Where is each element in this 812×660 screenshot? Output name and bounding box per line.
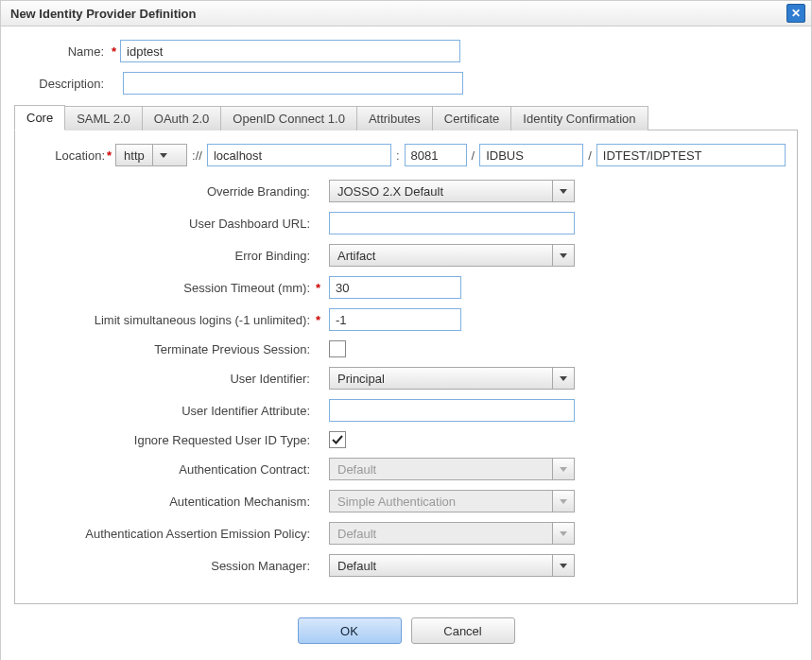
error-binding-select[interactable]: Artifact: [329, 244, 575, 267]
limit-logins-label: Limit simultaneous logins (-1 unlimited)…: [25, 313, 316, 327]
auth-contract-label: Authentication Contract:: [25, 462, 316, 477]
session-manager-row: Session Manager: Default: [25, 554, 787, 577]
session-manager-select[interactable]: Default: [329, 554, 575, 577]
user-identifier-attr-input[interactable]: [329, 399, 575, 422]
auth-mechanism-label: Autentication Mechanism:: [25, 495, 316, 509]
override-branding-value: JOSSO 2.X Default: [330, 181, 552, 201]
dialog-window: New Identity Provider Definition ✕ Name:…: [0, 0, 812, 660]
tab-strip: Core SAML 2.0 OAuth 2.0 OpenID Connect 1…: [14, 104, 798, 130]
tab-attributes[interactable]: Attributes: [357, 106, 433, 130]
tab-certificate[interactable]: Certificate: [433, 106, 512, 130]
cancel-button[interactable]: Cancel: [411, 617, 515, 644]
location-label: Location:: [25, 148, 105, 163]
dialog-buttons: OK Cancel: [14, 604, 798, 657]
title-bar: New Identity Provider Definition ✕: [1, 1, 811, 26]
close-button[interactable]: ✕: [786, 4, 805, 23]
description-label: Description:: [14, 77, 110, 91]
protocol-value: http: [116, 145, 152, 165]
check-icon: [332, 434, 343, 445]
ignore-req-uid-row: Ignore Requested User ID Type:: [25, 431, 787, 448]
ignore-req-uid-label: Ignore Requested User ID Type:: [25, 433, 316, 447]
ignore-req-uid-checkbox[interactable]: [329, 431, 346, 448]
name-row: Name: *: [14, 40, 798, 62]
name-input[interactable]: [120, 40, 460, 62]
auth-contract-select: Default: [329, 458, 575, 480]
required-marker: *: [105, 148, 115, 163]
override-branding-row: Override Branding: JOSSO 2.X Default: [25, 180, 787, 202]
override-branding-select[interactable]: JOSSO 2.X Default: [329, 180, 575, 202]
tab-identity-confirmation[interactable]: Identity Confirmation: [511, 106, 648, 130]
session-timeout-row: Session Timeout (mm): *: [25, 276, 787, 299]
user-dashboard-input[interactable]: [329, 212, 575, 234]
auth-assert-policy-label: Authentication Assertion Emission Policy…: [25, 527, 316, 541]
scheme-separator: ://: [187, 148, 207, 163]
auth-contract-value: Default: [330, 459, 552, 479]
description-input[interactable]: [123, 72, 463, 95]
user-identifier-label: User Identifier:: [25, 372, 316, 386]
error-binding-value: Artifact: [330, 245, 552, 266]
terminate-prev-label: Terminate Previous Session:: [25, 342, 316, 356]
session-manager-value: Default: [330, 555, 552, 576]
user-identifier-select[interactable]: Principal: [329, 367, 575, 390]
error-binding-row: Error Binding: Artifact: [25, 244, 787, 267]
chevron-down-icon: [552, 368, 574, 389]
override-branding-label: Override Branding:: [25, 184, 316, 199]
auth-contract-row: Authentication Contract: Default: [25, 458, 787, 480]
auth-mechanism-select: Simple Authentication: [329, 490, 575, 512]
user-dashboard-row: User Dashboard URL:: [25, 212, 787, 234]
session-timeout-label: Session Timeout (mm):: [25, 281, 316, 295]
chevron-down-icon: [552, 491, 574, 512]
tab-core[interactable]: Core: [14, 105, 65, 130]
tab-panel-core: Location: * http :// : / / Ove: [14, 130, 798, 604]
auth-assert-policy-value: Default: [330, 523, 552, 544]
location-row: Location: * http :// : / /: [25, 144, 787, 166]
chevron-down-icon: [552, 555, 574, 576]
user-identifier-row: User Identifier: Principal: [25, 367, 787, 390]
slash-separator-2: /: [583, 148, 596, 163]
tab-oauth-2-0[interactable]: OAuth 2.0: [143, 106, 222, 130]
auth-assert-policy-row: Authentication Assertion Emission Policy…: [25, 522, 787, 545]
limit-logins-input[interactable]: [329, 308, 461, 331]
chevron-down-icon: [152, 145, 174, 165]
session-timeout-input[interactable]: [329, 276, 461, 299]
chevron-down-icon: [552, 181, 574, 201]
path-input[interactable]: [596, 144, 786, 166]
slash-separator: /: [467, 148, 480, 163]
user-identifier-value: Principal: [330, 368, 552, 389]
port-input[interactable]: [405, 144, 467, 166]
required-marker: *: [110, 44, 120, 59]
required-marker: *: [316, 313, 320, 327]
dialog-title: New Identity Provider Definition: [10, 7, 196, 21]
host-input[interactable]: [207, 144, 391, 166]
close-icon: ✕: [791, 7, 801, 20]
limit-logins-row: Limit simultaneous logins (-1 unlimited)…: [25, 308, 787, 331]
user-identifier-attr-label: User Identifier Attribute:: [25, 404, 316, 418]
user-identifier-attr-row: User Identifier Attribute:: [25, 399, 787, 422]
user-dashboard-label: User Dashboard URL:: [25, 217, 316, 231]
context-input[interactable]: [479, 144, 583, 166]
auth-assert-policy-select: Default: [329, 522, 575, 545]
description-row: Description:: [14, 72, 798, 95]
error-binding-label: Error Binding:: [25, 249, 316, 263]
ok-button[interactable]: OK: [298, 617, 402, 644]
tab-openid-connect[interactable]: OpenID Connect 1.0: [221, 106, 357, 130]
auth-mechanism-row: Autentication Mechanism: Simple Authenti…: [25, 490, 787, 512]
required-marker: *: [316, 281, 320, 295]
terminate-prev-checkbox[interactable]: [329, 340, 346, 357]
chevron-down-icon: [552, 523, 574, 544]
chevron-down-icon: [552, 245, 574, 266]
auth-mechanism-value: Simple Authentication: [330, 491, 552, 512]
terminate-prev-row: Terminate Previous Session:: [25, 340, 787, 357]
session-manager-label: Session Manager:: [25, 559, 316, 573]
dialog-body: Name: * Description: Core SAML 2.0 OAuth…: [1, 26, 811, 660]
name-label: Name:: [14, 44, 110, 59]
protocol-select[interactable]: http: [115, 144, 187, 166]
tab-saml-2-0[interactable]: SAML 2.0: [65, 106, 143, 130]
chevron-down-icon: [552, 459, 574, 479]
colon-separator: :: [391, 148, 405, 163]
